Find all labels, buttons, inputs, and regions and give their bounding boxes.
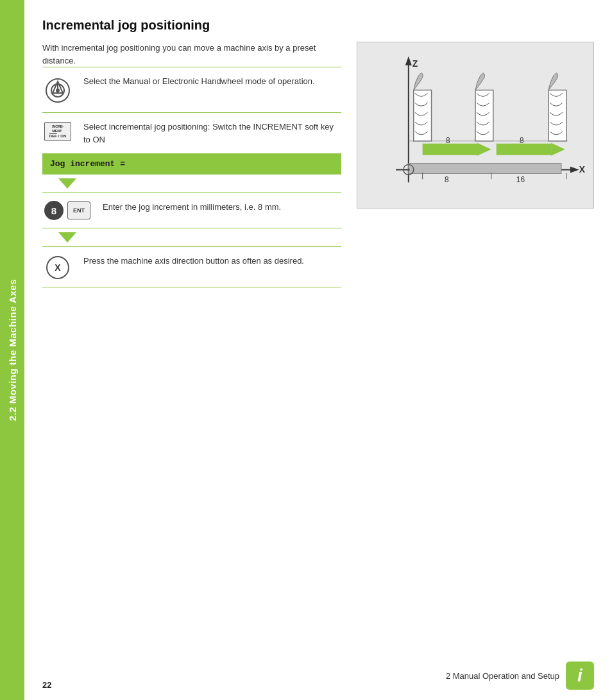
- step-2-text: Select incremental jog positioning: Swit…: [83, 121, 341, 146]
- left-column: With incremental jog positioning you can…: [42, 42, 341, 287]
- svg-point-5: [57, 91, 58, 92]
- step-1-icon: [42, 75, 73, 105]
- svg-text:Z: Z: [412, 58, 418, 69]
- right-column: Z X: [357, 42, 594, 287]
- step-row-1: Select the Manual or Electronic Handwhee…: [42, 67, 341, 113]
- sidebar-label: 2.2 Moving the Machine Axes: [7, 279, 18, 421]
- handwheel-icon: [44, 76, 72, 105]
- triangle-icon-1: [42, 178, 92, 189]
- svg-text:16: 16: [516, 175, 525, 184]
- step-5-icon: X: [42, 255, 73, 279]
- diagram-svg: Z X: [357, 42, 593, 208]
- diagram-box: Z X: [357, 42, 594, 209]
- sidebar: 2.2 Moving the Machine Axes: [0, 0, 24, 700]
- number-8-button: 8: [44, 201, 64, 220]
- ent-key: ENT: [67, 201, 90, 219]
- info-icon: i: [577, 665, 582, 686]
- step-row-4: 8 ENT Enter the jog increment in millime…: [42, 193, 341, 228]
- page-title: Incremental jog positioning: [42, 18, 594, 33]
- main-content: Incremental jog positioning With increme…: [24, 0, 612, 700]
- svg-text:X: X: [579, 164, 586, 175]
- triangle-icon-2: [42, 232, 92, 243]
- footer-right: 2 Manual Operation and Setup i: [446, 662, 594, 690]
- step-1-text: Select the Manual or Electronic Handwhee…: [83, 75, 341, 88]
- info-badge: i: [566, 662, 594, 690]
- intro-text: With incremental jog positioning you can…: [42, 42, 341, 67]
- svg-text:8: 8: [446, 136, 450, 145]
- footer: 22 2 Manual Operation and Setup i: [24, 662, 612, 690]
- step-row-2: INCRE-MENT DEF / ON Select incremental j…: [42, 113, 341, 154]
- down-arrow-2: [58, 232, 76, 243]
- svg-rect-13: [409, 164, 561, 174]
- svg-text:8: 8: [520, 136, 524, 145]
- step-4-icons: 8 ENT: [42, 201, 92, 220]
- step-5-text: Press the machine axis direction button …: [83, 255, 341, 268]
- step-4-text: Enter the jog increment in millimeters, …: [103, 201, 341, 214]
- step-2-icon: INCRE-MENT DEF / ON: [42, 121, 73, 141]
- jog-increment-prompt: Jog increment =: [42, 154, 341, 175]
- down-arrow-1: [58, 178, 76, 189]
- increment-key-icon: INCRE-MENT DEF / ON: [44, 122, 71, 141]
- page-number: 22: [42, 680, 51, 690]
- x-axis-button: X: [46, 256, 69, 279]
- section-label: 2 Manual Operation and Setup: [446, 671, 559, 681]
- triangle-separator-1: [42, 175, 341, 193]
- triangle-separator-2: [42, 228, 341, 247]
- svg-text:8: 8: [445, 175, 449, 184]
- two-col-layout: With incremental jog positioning you can…: [42, 42, 594, 287]
- svg-point-15: [407, 168, 410, 171]
- step-row-5: X Press the machine axis direction butto…: [42, 247, 341, 287]
